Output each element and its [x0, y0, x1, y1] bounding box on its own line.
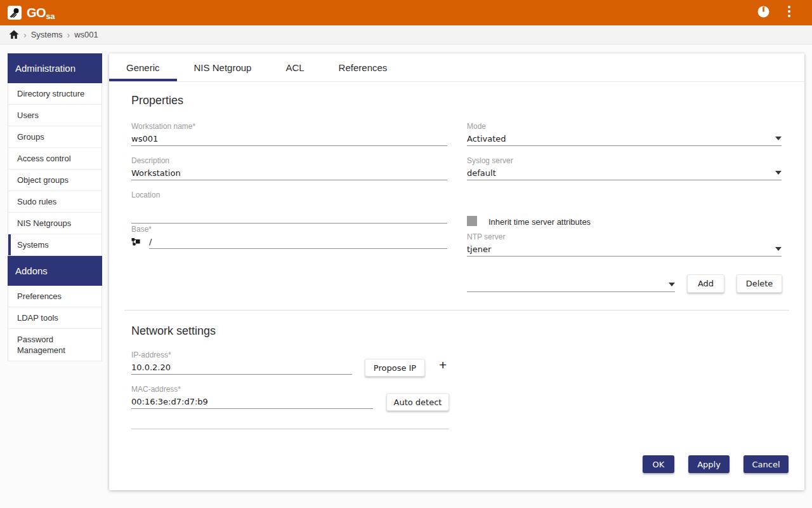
tab-bar: Generic NIS Netgroup ACL References: [109, 53, 804, 82]
propose-ip-button[interactable]: Propose IP: [365, 359, 425, 377]
ntp-add-button[interactable]: Add: [687, 274, 724, 293]
syslog-server-value: default: [467, 168, 496, 178]
sidebar-item-preferences[interactable]: Preferences: [8, 286, 102, 307]
home-icon[interactable]: [9, 30, 19, 39]
content-card: Generic NIS Netgroup ACL References Prop…: [109, 53, 804, 490]
sidebar-item-access-control[interactable]: Access control: [8, 148, 102, 170]
sidebar-item-sudo-rules[interactable]: Sudo rules: [8, 191, 102, 213]
base-tree-icon[interactable]: [131, 237, 143, 247]
tab-nis-netgroup[interactable]: NIS Netgroup: [177, 53, 269, 81]
ip-address-label: IP-address*: [131, 351, 352, 361]
apply-button[interactable]: Apply: [688, 455, 730, 473]
chevron-down-icon: [775, 171, 782, 175]
cancel-button[interactable]: Cancel: [743, 455, 789, 473]
gosa-logo-icon: [8, 6, 22, 20]
gosa-logo[interactable]: GOsa: [8, 5, 55, 20]
chevron-down-icon: [775, 137, 782, 140]
sidebar-item-nis-netgroups[interactable]: NIS Netgroups: [8, 213, 102, 234]
breadcrumb: › Systems › ws001: [0, 25, 812, 44]
base-label: Base*: [131, 225, 447, 235]
syslog-server-select[interactable]: default: [467, 166, 782, 180]
description-label: Description: [131, 156, 447, 166]
syslog-server-label: Syslog server: [467, 156, 782, 166]
tab-acl[interactable]: ACL: [268, 53, 321, 81]
ok-button[interactable]: OK: [643, 455, 674, 473]
chevron-down-icon: [669, 283, 675, 286]
sidebar-item-directory-structure[interactable]: Directory structure: [8, 83, 102, 105]
base-input[interactable]: [149, 235, 447, 249]
ip-address-input[interactable]: [131, 361, 352, 375]
breadcrumb-separator: ›: [67, 30, 70, 40]
ntp-server-select[interactable]: tjener: [467, 243, 782, 257]
location-label: Location: [131, 190, 447, 201]
description-input[interactable]: [131, 166, 447, 180]
ntp-delete-button[interactable]: Delete: [737, 274, 782, 293]
mode-value: Activated: [467, 134, 506, 144]
mode-label: Mode: [467, 122, 782, 132]
sidebar-item-ldap-tools[interactable]: LDAP tools: [8, 307, 102, 329]
sidebar-item-groups[interactable]: Groups: [8, 126, 102, 148]
workstation-name-input[interactable]: [131, 132, 447, 146]
location-input[interactable]: [131, 201, 447, 224]
mac-address-input[interactable]: [131, 395, 373, 409]
properties-heading: Properties: [131, 94, 183, 107]
inherit-time-server-checkbox[interactable]: [467, 216, 477, 226]
inherit-time-server-label: Inherit time server attributes: [488, 217, 591, 227]
sidebar-item-object-groups[interactable]: Object groups: [8, 170, 102, 191]
workstation-name-label: Workstation name*: [131, 122, 447, 132]
ntp-server-label: NTP server: [467, 232, 782, 243]
sidebar: Administration Directory structure Users…: [8, 53, 102, 361]
top-bar: GOsa: [0, 0, 812, 25]
sidebar-section-administration: Administration: [8, 53, 102, 83]
gosa-logo-text: GOsa: [27, 6, 55, 20]
mode-select[interactable]: Activated: [467, 132, 782, 146]
network-settings-heading: Network settings: [131, 324, 216, 338]
breadcrumb-separator: ›: [23, 30, 27, 40]
auto-detect-button[interactable]: Auto detect: [386, 393, 449, 411]
tab-references[interactable]: References: [322, 53, 405, 81]
breadcrumb-systems[interactable]: Systems: [31, 30, 63, 39]
ntp-server-value: tjener: [467, 244, 491, 254]
section-divider: [124, 310, 789, 311]
overflow-menu-icon[interactable]: [787, 5, 791, 20]
breadcrumb-ws001: ws001: [74, 30, 98, 39]
chevron-down-icon: [775, 247, 782, 251]
session-clock-icon[interactable]: [757, 6, 769, 20]
mac-address-label: MAC-address*: [131, 385, 373, 395]
sidebar-item-users[interactable]: Users: [8, 105, 102, 126]
add-ip-icon[interactable]: +: [439, 359, 447, 371]
sidebar-item-password-management[interactable]: Password Management: [8, 329, 102, 361]
tab-generic[interactable]: Generic: [109, 53, 177, 81]
sidebar-section-addons: Addons: [8, 256, 102, 286]
ntp-candidate-select[interactable]: [467, 278, 675, 292]
sidebar-item-systems[interactable]: Systems: [8, 234, 102, 256]
empty-field-line[interactable]: [131, 415, 449, 429]
